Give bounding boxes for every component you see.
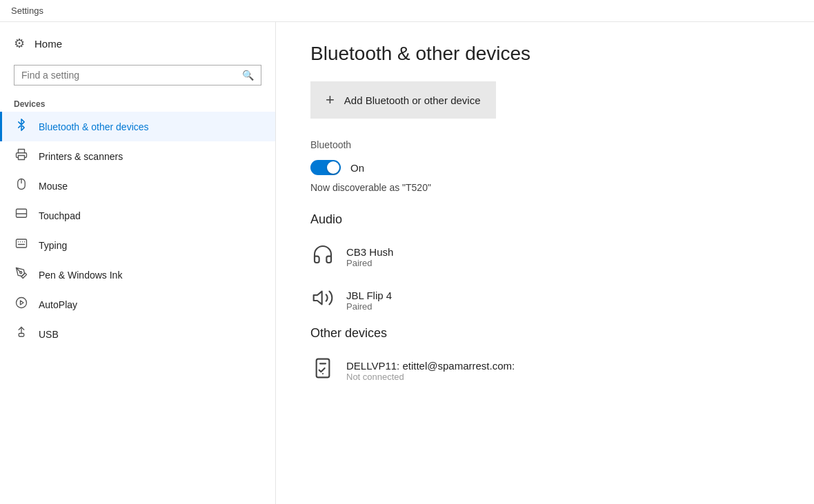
search-box-wrap: 🔍 bbox=[0, 58, 275, 97]
sidebar-item-typing-label: Typing bbox=[39, 240, 67, 251]
bluetooth-toggle[interactable] bbox=[310, 160, 341, 175]
sidebar-section-label: Devices bbox=[0, 97, 275, 112]
audio-device-0: CB3 Hush Paired bbox=[310, 238, 780, 276]
svg-rect-3 bbox=[17, 209, 27, 217]
autoplay-icon bbox=[14, 296, 29, 312]
sidebar-item-bluetooth[interactable]: Bluetooth & other devices bbox=[0, 112, 275, 141]
add-device-label: Add Bluetooth or other device bbox=[344, 94, 481, 106]
sidebar-item-printers[interactable]: Printers & scanners bbox=[0, 141, 275, 171]
other-device-0-info: DELLVP11: etittel@spamarrest.com: Not co… bbox=[346, 360, 515, 382]
audio-device-1-status: Paired bbox=[346, 301, 392, 312]
printers-icon bbox=[14, 148, 29, 164]
svg-rect-16 bbox=[317, 359, 330, 378]
usb-icon bbox=[14, 326, 29, 342]
audio-category-title: Audio bbox=[310, 212, 780, 227]
main-content: Bluetooth & other devices + Add Bluetoot… bbox=[276, 22, 814, 504]
other-device-0-icon bbox=[310, 357, 335, 384]
svg-rect-0 bbox=[19, 156, 25, 160]
sidebar-item-autoplay-label: AutoPlay bbox=[39, 299, 77, 310]
sidebar-item-usb[interactable]: USB bbox=[0, 319, 275, 349]
sidebar-item-bluetooth-label: Bluetooth & other devices bbox=[39, 121, 149, 132]
add-device-button[interactable]: + Add Bluetooth or other device bbox=[310, 81, 496, 119]
sidebar: ⚙ Home 🔍 Devices Bluetooth & other devic… bbox=[0, 22, 276, 504]
svg-rect-14 bbox=[19, 334, 24, 337]
other-device-0-name: DELLVP11: etittel@spamarrest.com: bbox=[346, 360, 515, 372]
audio-device-0-status: Paired bbox=[346, 258, 393, 268]
bluetooth-toggle-row: On bbox=[310, 160, 780, 175]
other-devices-category-title: Other devices bbox=[310, 326, 780, 341]
svg-point-12 bbox=[17, 298, 27, 308]
sidebar-item-usb-label: USB bbox=[39, 329, 59, 340]
sidebar-home-label: Home bbox=[34, 38, 62, 50]
audio-device-0-info: CB3 Hush Paired bbox=[346, 246, 393, 268]
svg-rect-5 bbox=[17, 239, 27, 248]
audio-device-1-info: JBL Flip 4 Paired bbox=[346, 290, 392, 312]
touchpad-icon bbox=[14, 208, 29, 223]
audio-device-0-name: CB3 Hush bbox=[346, 246, 393, 258]
sidebar-item-typing[interactable]: Typing bbox=[0, 230, 275, 260]
sidebar-item-pen[interactable]: Pen & Windows Ink bbox=[0, 260, 275, 290]
sidebar-item-touchpad[interactable]: Touchpad bbox=[0, 201, 275, 230]
sidebar-item-pen-label: Pen & Windows Ink bbox=[39, 270, 122, 281]
sidebar-home-button[interactable]: ⚙ Home bbox=[0, 29, 275, 58]
sidebar-item-mouse[interactable]: Mouse bbox=[0, 171, 275, 201]
audio-device-1: JBL Flip 4 Paired bbox=[310, 281, 780, 319]
discoverable-text: Now discoverable as "T520" bbox=[310, 182, 780, 193]
bluetooth-toggle-label: On bbox=[350, 162, 364, 174]
title-bar: Settings bbox=[0, 0, 814, 22]
sidebar-item-autoplay[interactable]: AutoPlay bbox=[0, 290, 275, 319]
bluetooth-icon bbox=[14, 119, 29, 134]
svg-point-11 bbox=[20, 272, 22, 274]
typing-icon bbox=[14, 237, 29, 253]
page-title: Bluetooth & other devices bbox=[310, 43, 780, 65]
search-box[interactable]: 🔍 bbox=[14, 65, 261, 85]
svg-marker-15 bbox=[314, 292, 322, 305]
audio-device-1-name: JBL Flip 4 bbox=[346, 290, 392, 301]
sidebar-item-mouse-label: Mouse bbox=[39, 181, 68, 192]
home-icon: ⚙ bbox=[14, 36, 25, 51]
sidebar-item-touchpad-label: Touchpad bbox=[39, 210, 81, 221]
bluetooth-section-title: Bluetooth bbox=[310, 139, 780, 150]
search-icon: 🔍 bbox=[242, 70, 254, 81]
speaker-icon bbox=[310, 287, 335, 314]
sidebar-item-printers-label: Printers & scanners bbox=[39, 151, 123, 162]
pen-icon bbox=[14, 267, 29, 283]
headphones-icon bbox=[310, 243, 335, 270]
svg-marker-13 bbox=[21, 301, 24, 305]
mouse-icon bbox=[14, 178, 29, 194]
search-input[interactable] bbox=[21, 70, 242, 81]
main-layout: ⚙ Home 🔍 Devices Bluetooth & other devic… bbox=[0, 22, 814, 504]
plus-icon: + bbox=[326, 91, 335, 109]
app-title: Settings bbox=[11, 6, 43, 16]
other-device-0: DELLVP11: etittel@spamarrest.com: Not co… bbox=[310, 352, 780, 390]
other-device-0-status: Not connected bbox=[346, 372, 515, 382]
